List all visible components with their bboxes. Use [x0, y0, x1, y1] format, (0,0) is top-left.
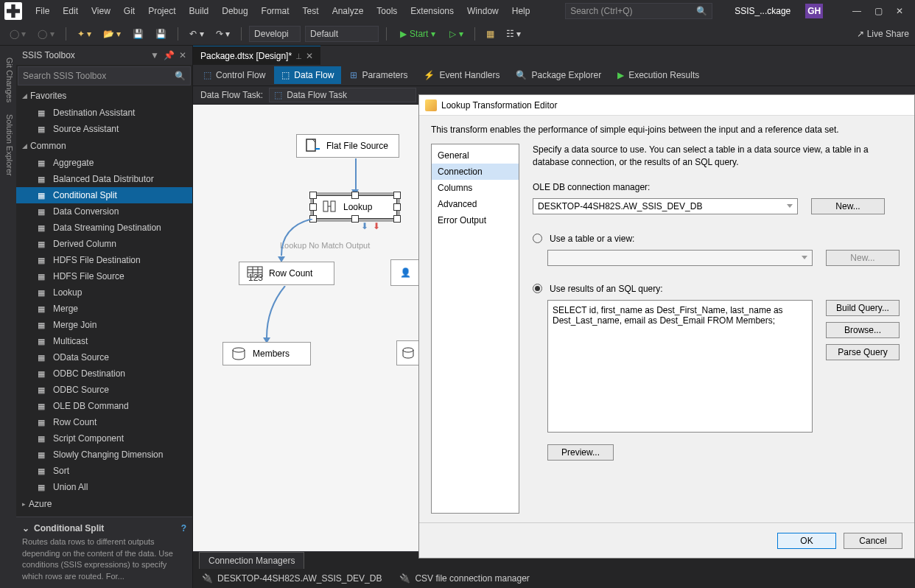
- save-all-button[interactable]: 💾: [152, 27, 170, 41]
- radio-table[interactable]: [533, 234, 542, 243]
- radio-sql[interactable]: [533, 284, 542, 293]
- node-partial-1[interactable]: 👤: [390, 259, 420, 286]
- chevron-down-icon[interactable]: ⌄: [22, 523, 29, 533]
- panel-pin-icon[interactable]: 📌: [164, 50, 175, 60]
- toolbox-search-input[interactable]: Search SSIS Toolbox 🔍: [18, 66, 191, 85]
- user-badge[interactable]: GH: [805, 4, 823, 18]
- tb-icon2[interactable]: ☷ ▾: [502, 27, 525, 41]
- tab-parameters[interactable]: ⊞Parameters: [343, 66, 415, 84]
- toolbox-item[interactable]: ▦Balanced Data Distributor: [16, 171, 192, 187]
- dialog-titlebar[interactable]: Lookup Transformation Editor: [419, 95, 914, 116]
- minimize-button[interactable]: ―: [852, 6, 861, 16]
- toolbox-item[interactable]: ▦Data Streaming Destination: [16, 220, 192, 236]
- start-noDebug-button[interactable]: ▷ ▾: [446, 27, 466, 41]
- toolbox-item[interactable]: ▦Lookup: [16, 284, 192, 301]
- tb-icon1[interactable]: ▦: [483, 27, 498, 41]
- node-partial-2[interactable]: [396, 340, 420, 365]
- toolbox-item[interactable]: ▦OLE DB Command: [16, 398, 192, 414]
- help-icon[interactable]: ?: [181, 523, 186, 533]
- tab-git-changes[interactable]: Git Changes: [0, 52, 16, 108]
- toolbox-item[interactable]: ▦Destination Assistant: [16, 105, 192, 121]
- node-lookup[interactable]: Lookup: [312, 195, 398, 220]
- nav-back-button[interactable]: ◯ ▾: [6, 27, 29, 41]
- conn-mgr-dropdown[interactable]: DESKTOP-44SH82S.AW_SSIS_DEV_DB: [533, 198, 798, 214]
- close-button[interactable]: ✕: [896, 6, 903, 16]
- tab-event-handlers[interactable]: ⚡Event Handlers: [416, 66, 507, 84]
- menu-debug[interactable]: Debug: [216, 2, 253, 20]
- connection-managers-tab[interactable]: Connection Managers: [199, 552, 304, 569]
- start-button[interactable]: ▶ Start ▾: [394, 27, 441, 41]
- nav-fwd-button[interactable]: ◯ ▾: [34, 27, 57, 41]
- tree-group[interactable]: ◢ Common: [16, 137, 192, 155]
- nav-error-output[interactable]: Error Output: [432, 212, 519, 228]
- node-flat-file-source[interactable]: Flat File Source: [296, 134, 399, 158]
- maximize-button[interactable]: ▢: [874, 6, 883, 16]
- menu-help[interactable]: Help: [506, 2, 536, 20]
- tab-package-explorer[interactable]: 🔍Package Explorer: [508, 66, 609, 84]
- ok-button[interactable]: OK: [777, 533, 836, 549]
- menu-build[interactable]: Build: [183, 2, 215, 20]
- panel-close-icon[interactable]: ✕: [179, 50, 186, 60]
- toolbox-item[interactable]: ▦Aggregate: [16, 155, 192, 171]
- toolbox-item[interactable]: ▦HDFS File Source: [16, 268, 192, 284]
- tab-control-flow[interactable]: ⬚Control Flow: [196, 66, 273, 84]
- toolbox-item[interactable]: ▦Script Component: [16, 430, 192, 447]
- menu-extensions[interactable]: Extensions: [404, 2, 460, 20]
- toolbox-item[interactable]: ▦Derived Column: [16, 236, 192, 252]
- pin-icon[interactable]: ⟂: [296, 51, 301, 61]
- menu-analyze[interactable]: Analyze: [326, 2, 370, 20]
- new-conn-button[interactable]: New...: [811, 198, 885, 214]
- save-button[interactable]: 💾: [129, 27, 147, 41]
- tab-execution-results[interactable]: ▶Execution Results: [610, 66, 707, 84]
- toolbox-item[interactable]: ▦Data Conversion: [16, 203, 192, 220]
- sql-query-input[interactable]: [547, 300, 813, 433]
- toolbox-item[interactable]: ▦Sort: [16, 463, 192, 479]
- conn-mgr-item-db[interactable]: 🔌DESKTOP-44SH82S.AW_SSIS_DEV_DB: [202, 573, 382, 584]
- menu-tools[interactable]: Tools: [371, 2, 403, 20]
- document-tab[interactable]: Package.dtsx [Design]* ⟂ ✕: [193, 46, 320, 65]
- menu-edit[interactable]: Edit: [57, 2, 84, 20]
- option-table-row[interactable]: Use a table or a view:: [533, 234, 902, 244]
- menu-format[interactable]: Format: [256, 2, 295, 20]
- nav-advanced[interactable]: Advanced: [432, 196, 519, 212]
- live-share-button[interactable]: ↗ Live Share: [857, 29, 909, 39]
- menu-file[interactable]: File: [29, 2, 55, 20]
- toolbox-item[interactable]: ▦Merge Join: [16, 317, 192, 333]
- nav-connection[interactable]: Connection: [432, 164, 519, 180]
- platform-dropdown[interactable]: Default: [305, 26, 379, 42]
- preview-button[interactable]: Preview...: [547, 444, 614, 461]
- panel-dropdown-icon[interactable]: ▼: [150, 50, 159, 60]
- node-members[interactable]: Members: [222, 342, 311, 365]
- output-arrow-blue[interactable]: ⬇: [361, 221, 368, 231]
- close-tab-icon[interactable]: ✕: [306, 51, 313, 61]
- toolbox-item[interactable]: ▦Union All: [16, 479, 192, 495]
- cancel-button[interactable]: Cancel: [844, 533, 902, 549]
- redo-button[interactable]: ↷ ▾: [212, 27, 234, 41]
- undo-button[interactable]: ↶ ▾: [186, 27, 207, 41]
- data-flow-task-dropdown[interactable]: ⬚Data Flow Task: [269, 88, 416, 102]
- open-button[interactable]: 📂 ▾: [99, 27, 125, 41]
- node-row-count[interactable]: 123 Row Count: [239, 262, 334, 285]
- menu-project[interactable]: Project: [142, 2, 181, 20]
- toolbox-item[interactable]: ▦Multicast: [16, 333, 192, 349]
- nav-general[interactable]: General: [432, 147, 519, 164]
- config-dropdown[interactable]: Developi: [249, 26, 301, 42]
- tree-group[interactable]: ◢ Favorites: [16, 87, 192, 105]
- toolbox-item[interactable]: ▦Row Count: [16, 414, 192, 430]
- toolbox-item[interactable]: ▦ODBC Destination: [16, 365, 192, 382]
- menu-test[interactable]: Test: [297, 2, 325, 20]
- browse-button[interactable]: Browse...: [826, 322, 900, 338]
- output-arrow-red[interactable]: ⬇: [373, 221, 380, 231]
- toolbox-item[interactable]: ▦OData Source: [16, 349, 192, 365]
- new-item-button[interactable]: ✦ ▾: [74, 27, 95, 41]
- build-query-button[interactable]: Build Query...: [826, 300, 900, 316]
- tab-data-flow[interactable]: ⬚Data Flow: [274, 66, 341, 84]
- toolbox-item[interactable]: ▦Conditional Split: [16, 187, 192, 203]
- conn-mgr-item-csv[interactable]: 🔌CSV file connection manager: [399, 573, 529, 584]
- toolbox-item[interactable]: ▦Source Assistant: [16, 121, 192, 137]
- parse-query-button[interactable]: Parse Query: [826, 344, 900, 360]
- option-sql-row[interactable]: Use results of an SQL query:: [533, 284, 902, 294]
- tree-group[interactable]: ▸ Azure: [16, 495, 192, 513]
- toolbox-item[interactable]: ▦ODBC Source: [16, 382, 192, 398]
- menu-view[interactable]: View: [85, 2, 116, 20]
